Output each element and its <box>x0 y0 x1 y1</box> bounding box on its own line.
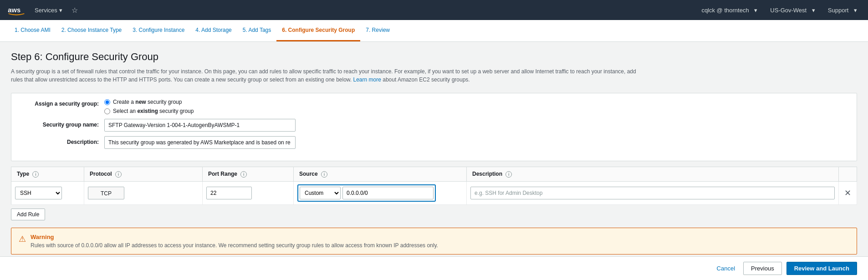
warning-content: Warning Rules with source of 0.0.0.0/0 a… <box>31 234 438 249</box>
source-group-highlighted: Custom Anywhere My IP <box>297 184 436 202</box>
source-type-select[interactable]: Custom Anywhere My IP <box>300 187 341 199</box>
user-menu[interactable]: cqlck @ thorntech ▾ <box>694 5 761 15</box>
step-navigation: 1. Choose AMI 2. Choose Instance Type 3.… <box>0 20 868 42</box>
col-description-header: Description i <box>467 167 839 182</box>
type-select[interactable]: SSH HTTP HTTPS Custom TCP All traffic <box>15 187 62 199</box>
step-2-instance-type[interactable]: 2. Choose Instance Type <box>56 20 128 41</box>
name-label: Security group name: <box>22 119 104 128</box>
step-5-tags[interactable]: 5. Add Tags <box>237 20 277 41</box>
nav-right: cqlck @ thorntech ▾ US-Gov-West ▾ Suppor… <box>694 5 861 15</box>
step-4-storage[interactable]: 4. Add Storage <box>190 20 237 41</box>
nav-left: aws Services ▾ ☆ <box>7 4 78 16</box>
description-info-icon[interactable]: i <box>505 171 512 178</box>
existing-radio[interactable] <box>104 108 110 114</box>
source-cell: Custom Anywhere My IP <box>294 182 467 205</box>
existing-label: Select an existing security group <box>113 108 194 114</box>
port-cell <box>203 182 294 205</box>
warning-title: Warning <box>31 234 438 240</box>
rules-section: Type i Protocol i Port Range i Source i <box>11 167 857 220</box>
protocol-info-icon[interactable]: i <box>115 171 122 178</box>
footer: Cancel Previous Review and Launch <box>0 256 868 264</box>
security-group-radio-group: Create a new security group Select an ex… <box>104 99 194 114</box>
aws-logo: aws <box>7 4 26 16</box>
rule-description-input[interactable] <box>470 187 835 199</box>
description-label: Description: <box>22 136 104 145</box>
create-new-radio[interactable] <box>104 99 110 105</box>
remove-rule-button[interactable]: ✕ <box>842 188 853 198</box>
region-menu[interactable]: US-Gov-West ▾ <box>763 5 819 15</box>
services-button[interactable]: Services ▾ <box>31 5 66 15</box>
assign-label: Assign a security group: <box>22 99 104 107</box>
warning-icon: ⚠ <box>19 234 26 244</box>
cancel-button[interactable]: Cancel <box>713 263 739 264</box>
step-1-choose-ami[interactable]: 1. Choose AMI <box>9 20 56 41</box>
add-rule-button[interactable]: Add Rule <box>11 209 45 220</box>
rules-table: Type i Protocol i Port Range i Source i <box>11 167 857 205</box>
step-6-security-group[interactable]: 6. Configure Security Group <box>276 20 360 41</box>
create-new-label: Create a new security group <box>113 99 182 105</box>
source-value-input[interactable] <box>342 187 434 199</box>
type-info-icon[interactable]: i <box>32 171 39 178</box>
protocol-value: TCP <box>88 187 124 199</box>
assign-group-row: Assign a security group: Create a new se… <box>22 99 846 114</box>
security-group-name-input[interactable] <box>104 119 296 132</box>
services-label: Services <box>35 7 57 14</box>
main-content: Step 6: Configure Security Group A secur… <box>0 42 868 264</box>
page-description: A security group is a set of firewall ru… <box>11 67 648 84</box>
step-3-configure[interactable]: 3. Configure Instance <box>127 20 190 41</box>
col-port-header: Port Range i <box>203 167 294 182</box>
support-menu[interactable]: Support ▾ <box>821 5 861 15</box>
table-row: SSH HTTP HTTPS Custom TCP All traffic TC… <box>11 182 857 205</box>
type-cell: SSH HTTP HTTPS Custom TCP All traffic <box>11 182 84 205</box>
port-range-input[interactable] <box>206 187 252 199</box>
description-cell <box>467 182 839 205</box>
warning-box: ⚠ Warning Rules with source of 0.0.0.0/0… <box>11 228 857 255</box>
protocol-cell: TCP <box>84 182 203 205</box>
remove-cell: ✕ <box>839 182 857 205</box>
name-row: Security group name: <box>22 119 846 132</box>
top-navigation: aws Services ▾ ☆ cqlck @ thorntech ▾ US-… <box>0 0 868 20</box>
review-launch-button[interactable]: Review and Launch <box>786 262 857 264</box>
create-new-option[interactable]: Create a new security group <box>104 99 194 105</box>
page-title: Step 6: Configure Security Group <box>11 51 857 63</box>
port-info-icon[interactable]: i <box>240 171 247 178</box>
col-protocol-header: Protocol i <box>84 167 203 182</box>
source-info-icon[interactable]: i <box>321 171 327 178</box>
step-7-review[interactable]: 7. Review <box>360 20 395 41</box>
learn-more-link[interactable]: Learn more <box>353 76 381 83</box>
col-type-header: Type i <box>11 167 84 182</box>
existing-option[interactable]: Select an existing security group <box>104 108 194 114</box>
favorites-icon[interactable]: ☆ <box>71 6 78 15</box>
chevron-down-icon: ▾ <box>59 7 62 14</box>
col-action-header <box>839 167 857 182</box>
warning-text: Rules with source of 0.0.0.0/0 allow all… <box>31 242 438 249</box>
svg-text:aws: aws <box>8 6 20 14</box>
description-row: Description: <box>22 136 846 149</box>
col-source-header: Source i <box>294 167 467 182</box>
previous-button[interactable]: Previous <box>743 262 782 264</box>
security-group-description-input[interactable] <box>104 136 296 149</box>
